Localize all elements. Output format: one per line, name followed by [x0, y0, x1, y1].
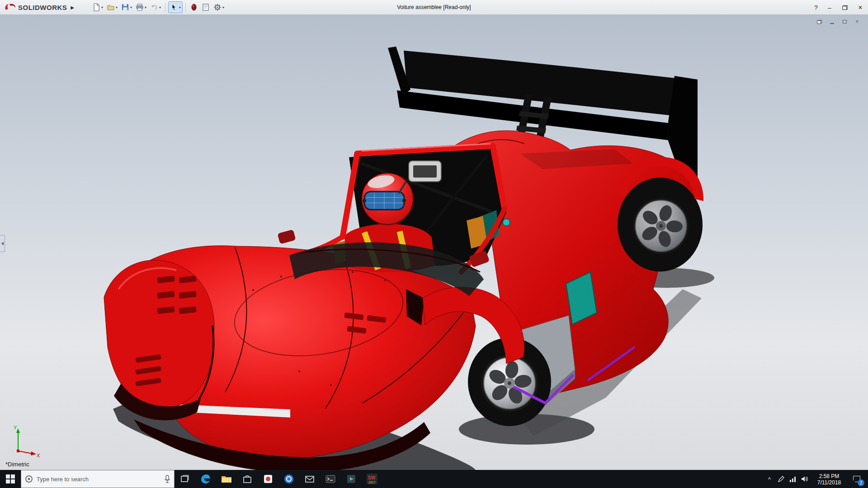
- start-button[interactable]: [0, 470, 21, 488]
- dropdown-caret-icon[interactable]: ▾: [159, 5, 161, 9]
- collapse-arrow-icon: [1, 242, 4, 245]
- red-app-icon: [263, 474, 274, 484]
- options-button[interactable]: ▾: [212, 1, 226, 13]
- new-document-button[interactable]: ▾: [91, 1, 104, 13]
- document-window-controls: ×: [815, 18, 862, 25]
- sw-app-year: 2017: [368, 481, 376, 484]
- triad-x-label: X: [37, 453, 40, 458]
- new-document-icon: [92, 3, 100, 11]
- open-button[interactable]: ▾: [105, 1, 119, 13]
- taskbar-app-red[interactable]: [258, 470, 278, 488]
- dropdown-caret-icon[interactable]: ▾: [145, 5, 146, 9]
- mail-icon: [304, 474, 315, 484]
- taskbar-app-edge[interactable]: [195, 470, 216, 488]
- taskbar-app-dark[interactable]: [341, 470, 362, 488]
- solidworks-2017-icon: SW 2017: [366, 473, 378, 485]
- gear-icon: [213, 3, 222, 11]
- brand-mark-icon: [5, 3, 16, 11]
- blue-circle-app-icon: [283, 474, 294, 484]
- cortana-icon: [25, 475, 33, 483]
- help-button[interactable]: ?: [810, 0, 822, 15]
- dark-app-icon: [346, 474, 357, 484]
- task-view-icon: [180, 474, 190, 484]
- dropdown-caret-icon[interactable]: ▾: [222, 5, 224, 9]
- select-cursor-icon: [170, 3, 178, 11]
- document-restore-button[interactable]: [815, 18, 824, 25]
- view-orientation-label: *Dimetric: [5, 461, 29, 468]
- clock-date: 7/11/2018: [811, 479, 848, 486]
- undo-button[interactable]: ▾: [149, 1, 162, 13]
- sheet-format-button[interactable]: [200, 1, 211, 13]
- taskbar-app-solidworks-2017[interactable]: SW 2017: [362, 470, 382, 488]
- title-bar: SOLIDWORKS ▶ ▾ ▾: [0, 0, 868, 15]
- window-controls: ? – ×: [810, 0, 868, 15]
- select-button[interactable]: ▾: [168, 1, 183, 13]
- sheet-format-icon: [202, 3, 210, 11]
- document-close-button[interactable]: ×: [853, 18, 862, 25]
- network-tray-icon[interactable]: [787, 475, 799, 483]
- document-minimize-button[interactable]: [827, 18, 836, 25]
- open-icon: [107, 3, 115, 11]
- print-button[interactable]: ▾: [134, 1, 148, 13]
- 3d-viewport[interactable]: [0, 0, 868, 488]
- solidworks-logo[interactable]: SOLIDWORKS ▶: [0, 3, 84, 11]
- microphone-icon[interactable]: [164, 475, 170, 483]
- solidworks-window: SOLIDWORKS ▶ ▾ ▾: [0, 0, 868, 488]
- taskbar-app-file-explorer[interactable]: [216, 470, 237, 488]
- windows-logo-icon: [5, 474, 15, 484]
- dropdown-caret-icon[interactable]: ▾: [116, 5, 118, 9]
- taskbar-clock[interactable]: 2:58 PM 7/11/2018: [811, 472, 848, 486]
- restore-icon: [817, 20, 822, 24]
- system-tray: ^ 2:58 PM 7/11/2018 2: [764, 470, 868, 488]
- close-button[interactable]: ×: [853, 0, 868, 15]
- dropdown-caret-icon[interactable]: ▾: [101, 5, 103, 9]
- store-icon: [242, 474, 253, 484]
- minimize-button[interactable]: –: [822, 0, 837, 15]
- save-icon: [121, 3, 129, 11]
- hidden-icons-button[interactable]: ^: [764, 476, 775, 483]
- document-maximize-button[interactable]: [840, 18, 849, 25]
- file-explorer-icon: [221, 473, 232, 485]
- terminal-icon: [325, 474, 336, 484]
- reference-triad: Y X: [10, 423, 42, 459]
- toolbar-separator: [165, 3, 165, 12]
- appearance-button[interactable]: [189, 1, 199, 13]
- taskbar-app-mail[interactable]: [299, 470, 320, 488]
- minimize-icon: [830, 23, 834, 24]
- brand-name: SOLIDWORKS: [18, 4, 67, 11]
- appearance-icon: [190, 3, 198, 11]
- edge-icon: [200, 473, 212, 485]
- notification-badge: 2: [858, 479, 864, 486]
- taskbar-search[interactable]: Type here to search: [21, 470, 175, 488]
- menu-flyout-icon[interactable]: ▶: [71, 5, 74, 10]
- triad-y-label: Y: [14, 425, 17, 430]
- taskbar-app-store[interactable]: [237, 470, 258, 488]
- dropdown-caret-icon[interactable]: ▾: [130, 5, 132, 9]
- print-icon: [136, 3, 144, 11]
- clock-time: 2:58 PM: [811, 473, 848, 479]
- task-view-button[interactable]: [175, 470, 195, 488]
- action-center-button[interactable]: 2: [848, 470, 866, 488]
- restore-icon: [842, 5, 848, 10]
- pen-tray-icon[interactable]: [775, 475, 787, 483]
- dropdown-caret-icon[interactable]: ▾: [179, 5, 181, 9]
- sw-app-letters: SW: [368, 475, 376, 480]
- taskbar-app-blue[interactable]: [278, 470, 299, 488]
- search-placeholder: Type here to search: [37, 476, 160, 483]
- restore-button[interactable]: [837, 0, 853, 15]
- windows-taskbar: Type here to search: [0, 470, 868, 488]
- toolbar-separator: [185, 3, 186, 12]
- save-button[interactable]: ▾: [120, 1, 133, 13]
- undo-icon: [150, 3, 158, 11]
- main-toolbar: ▾ ▾ ▾: [91, 1, 226, 13]
- taskbar-app-terminal[interactable]: [320, 470, 341, 488]
- volume-tray-icon[interactable]: [799, 475, 811, 483]
- maximize-icon: [843, 20, 847, 23]
- feature-panel-collapse-tab[interactable]: [0, 235, 5, 252]
